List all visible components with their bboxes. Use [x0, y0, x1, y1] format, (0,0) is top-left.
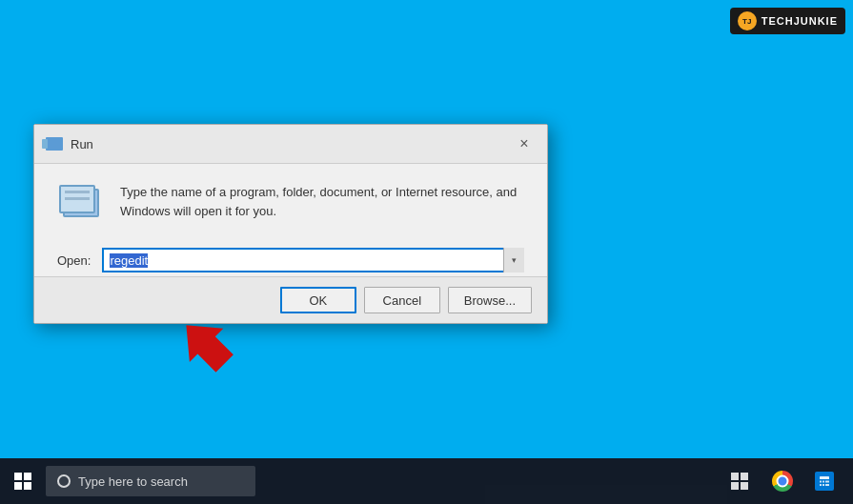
task-view-icon — [731, 473, 750, 490]
calculator-icon — [815, 472, 834, 491]
desktop: TJ TECHJUNKIE Run × Type the name of a p… — [0, 0, 853, 504]
chrome-button[interactable] — [765, 464, 800, 498]
dialog-body: Type the name of a program, folder, docu… — [34, 164, 547, 240]
browse-button[interactable]: Browse... — [448, 287, 532, 313]
search-placeholder-text: Type here to search — [78, 474, 188, 489]
run-dialog-icon — [46, 137, 63, 151]
open-label: Open: — [57, 253, 91, 268]
techjunkie-logo: TJ TECHJUNKIE — [730, 8, 845, 34]
start-button[interactable] — [0, 458, 46, 504]
tj-text: TECHJUNKIE — [762, 15, 838, 27]
svg-rect-8 — [825, 481, 829, 483]
ok-button[interactable]: OK — [280, 287, 356, 313]
svg-rect-9 — [820, 484, 822, 486]
dialog-close-button[interactable]: × — [513, 132, 536, 155]
run-dialog: Run × Type the name of a program, folder… — [33, 124, 548, 324]
run-big-icon — [57, 183, 105, 225]
dialog-footer: OK Cancel Browse... — [34, 276, 547, 323]
svg-rect-5 — [820, 476, 829, 479]
taskbar-search[interactable]: Type here to search — [46, 466, 255, 496]
taskbar: Type here to search — [0, 458, 853, 504]
windows-icon — [14, 473, 31, 490]
dialog-input-row: Open: ▾ — [34, 240, 547, 276]
svg-rect-6 — [820, 481, 822, 483]
dialog-description: Type the name of a program, folder, docu… — [120, 183, 524, 220]
dropdown-button[interactable]: ▾ — [503, 248, 524, 272]
calculator-button[interactable] — [807, 464, 842, 498]
svg-rect-11 — [825, 484, 829, 486]
cancel-button[interactable]: Cancel — [364, 287, 440, 313]
dialog-title-left: Run — [46, 137, 93, 151]
chrome-icon — [772, 471, 793, 492]
taskbar-icons — [723, 464, 853, 498]
task-view-button[interactable] — [723, 464, 758, 498]
svg-rect-10 — [823, 484, 824, 486]
tj-badge: TJ — [738, 11, 757, 30]
svg-rect-7 — [823, 481, 824, 483]
icon-front — [59, 185, 95, 213]
dialog-title-text: Run — [71, 137, 93, 151]
dialog-input-wrapper: ▾ — [102, 248, 524, 272]
search-icon — [57, 474, 71, 488]
run-input[interactable] — [102, 248, 524, 272]
dialog-titlebar: Run × — [34, 125, 547, 164]
